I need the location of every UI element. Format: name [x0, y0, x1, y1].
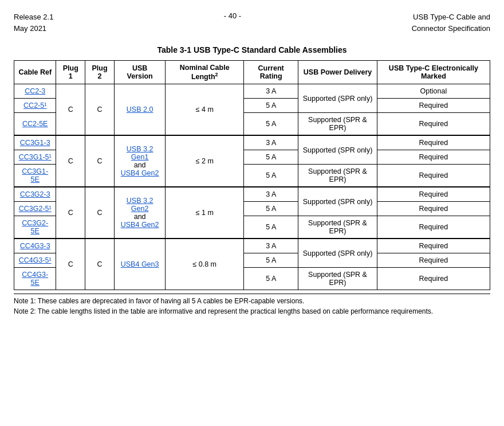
usb-version-cell: USB 3.2 Gen2andUSB4 Gen2	[114, 187, 165, 239]
electronically-marked-cell: Required	[377, 165, 490, 187]
current-rating-cell: 3 A	[244, 239, 298, 253]
plug2-cell: C	[85, 84, 115, 136]
usb-version-cell: USB4 Gen3	[114, 239, 165, 290]
doc-title: USB Type-C Cable and Connector Specifica…	[412, 11, 490, 34]
cable-ref-link[interactable]: CC2-5E	[22, 120, 48, 128]
cable-ref-link[interactable]: CC3G2-5E	[22, 219, 48, 235]
table-header-row: Cable Ref Plug 1 Plug 2 USB Version Nomi…	[14, 61, 490, 84]
electronically-marked-cell: Required	[377, 268, 490, 290]
usb-version-link[interactable]: USB 2.0	[127, 105, 153, 114]
electronically-marked-cell: Required	[377, 187, 490, 202]
cable-ref-cell: CC3G1-3	[14, 135, 56, 150]
col-cable-ref: Cable Ref	[14, 61, 56, 84]
cable-ref-link[interactable]: CC3G1-3	[20, 139, 50, 147]
cable-ref-link[interactable]: CC2-5¹	[23, 101, 46, 110]
plug1-cell: C	[56, 135, 85, 187]
cable-ref-cell: CC4G3-5E	[14, 268, 56, 290]
cable-ref-cell: CC3G1-5¹	[14, 150, 56, 165]
cable-ref-link[interactable]: CC3G2-5¹	[19, 205, 52, 213]
doc-title-line2: Connector Specification	[412, 24, 490, 33]
electronically-marked-cell: Required	[377, 202, 490, 216]
col-nominal-length: Nominal Cable Length2	[166, 61, 244, 84]
usb-version-link1[interactable]: USB 3.2 Gen1	[127, 145, 153, 161]
current-rating-cell: 5 A	[244, 150, 298, 165]
electronically-marked-cell: Required	[377, 216, 490, 239]
usb-pd-cell: Supported (SPR only)	[298, 135, 377, 165]
table-row: CC2-3CCUSB 2.0≤ 4 m3 ASupported (SPR onl…	[14, 84, 490, 99]
usb-pd-cell: Supported (SPR only)	[298, 84, 377, 113]
nominal-length-cell: ≤ 4 m	[166, 84, 244, 136]
electronically-marked-cell: Required	[377, 239, 490, 253]
col-current-rating: Current Rating	[244, 61, 298, 84]
current-rating-cell: 3 A	[244, 135, 298, 150]
col-plug2: Plug 2	[85, 61, 115, 84]
usb-pd-cell: Supported (SPR & EPR)	[298, 268, 377, 290]
plug2-cell: C	[85, 135, 115, 187]
nominal-length-cell: ≤ 2 m	[166, 135, 244, 187]
header-left: Release 2.1 May 2021	[14, 11, 53, 34]
col-usb-pd: USB Power Delivery	[298, 61, 377, 84]
cable-ref-cell: CC2-3	[14, 84, 56, 99]
usb-version-link2[interactable]: USB4 Gen2	[121, 169, 159, 177]
usb-version-cell: USB 2.0	[114, 84, 165, 136]
plug2-cell: C	[85, 187, 115, 239]
page-number: - 40 -	[224, 11, 241, 34]
cable-ref-cell: CC3G2-3	[14, 187, 56, 202]
table-row: CC4G3-3CCUSB4 Gen3≤ 0.8 m3 ASupported (S…	[14, 239, 490, 253]
table-row: CC3G2-3CCUSB 3.2 Gen2andUSB4 Gen2≤ 1 m3 …	[14, 187, 490, 202]
cable-ref-link[interactable]: CC4G3-3	[20, 242, 50, 250]
cable-ref-link[interactable]: CC3G1-5¹	[19, 153, 52, 161]
usb-version-cell: USB 3.2 Gen1andUSB4 Gen2	[114, 135, 165, 187]
cable-ref-link[interactable]: CC4G3-5¹	[19, 256, 52, 264]
usb-version-link[interactable]: USB4 Gen3	[121, 260, 159, 268]
usb-pd-cell: Supported (SPR only)	[298, 239, 377, 268]
release-line1: Release 2.1	[14, 13, 53, 21]
cable-ref-cell: CC4G3-3	[14, 239, 56, 253]
cable-ref-link[interactable]: CC4G3-5E	[22, 271, 48, 287]
cable-ref-link[interactable]: CC2-3	[25, 87, 45, 95]
current-rating-cell: 5 A	[244, 99, 298, 113]
col-usb-version: USB Version	[114, 61, 165, 84]
cable-ref-cell: CC3G2-5¹	[14, 202, 56, 216]
current-rating-cell: 5 A	[244, 268, 298, 290]
current-rating-cell: 5 A	[244, 202, 298, 216]
note2: Note 2: The cable lengths listed in the …	[14, 306, 490, 316]
doc-title-line1: USB Type-C Cable and	[413, 13, 490, 21]
cable-ref-cell: CC2-5E	[14, 113, 56, 136]
plug1-cell: C	[56, 84, 85, 136]
current-rating-cell: 5 A	[244, 165, 298, 187]
electronically-marked-cell: Required	[377, 150, 490, 165]
usb-pd-cell: Supported (SPR & EPR)	[298, 216, 377, 239]
electronically-marked-cell: Required	[377, 99, 490, 113]
cable-assemblies-table: Cable Ref Plug 1 Plug 2 USB Version Nomi…	[14, 60, 490, 290]
electronically-marked-cell: Required	[377, 135, 490, 150]
cable-ref-cell: CC4G3-5¹	[14, 253, 56, 268]
usb-version-link2[interactable]: USB4 Gen2	[121, 221, 159, 229]
current-rating-cell: 5 A	[244, 113, 298, 136]
plug2-cell: C	[85, 239, 115, 290]
nominal-length-cell: ≤ 0.8 m	[166, 239, 244, 290]
cable-ref-cell: CC3G1-5E	[14, 165, 56, 187]
release-line2: May 2021	[14, 24, 46, 33]
current-rating-cell: 3 A	[244, 84, 298, 99]
cable-ref-link[interactable]: CC3G2-3	[20, 190, 50, 198]
table-notes: Note 1: These cables are deprecated in f…	[14, 294, 490, 316]
usb-pd-cell: Supported (SPR & EPR)	[298, 165, 377, 187]
note1: Note 1: These cables are deprecated in f…	[14, 294, 490, 306]
usb-pd-cell: Supported (SPR only)	[298, 187, 377, 216]
col-plug1: Plug 1	[56, 61, 85, 84]
cable-ref-link[interactable]: CC3G1-5E	[22, 167, 48, 183]
usb-pd-cell: Supported (SPR & EPR)	[298, 113, 377, 136]
plug1-cell: C	[56, 239, 85, 290]
plug1-cell: C	[56, 187, 85, 239]
electronically-marked-cell: Required	[377, 253, 490, 268]
current-rating-cell: 3 A	[244, 187, 298, 202]
nominal-length-cell: ≤ 1 m	[166, 187, 244, 239]
table-row: CC3G1-3CCUSB 3.2 Gen1andUSB4 Gen2≤ 2 m3 …	[14, 135, 490, 150]
col-electronically-marked: USB Type-C Electronically Marked	[377, 61, 490, 84]
cable-ref-cell: CC2-5¹	[14, 99, 56, 113]
page-header: Release 2.1 May 2021 - 40 - USB Type-C C…	[14, 11, 490, 34]
table-title: Table 3-1 USB Type-C Standard Cable Asse…	[14, 45, 490, 54]
usb-version-link1[interactable]: USB 3.2 Gen2	[127, 197, 153, 213]
cable-ref-cell: CC3G2-5E	[14, 216, 56, 239]
